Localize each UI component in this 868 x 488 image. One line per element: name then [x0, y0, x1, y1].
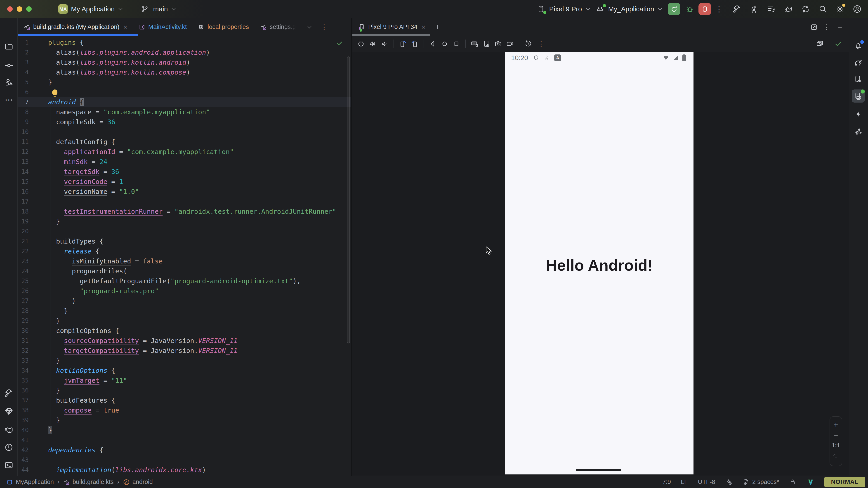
panel-options-kebab[interactable]: ⋮: [823, 24, 830, 31]
code-line[interactable]: 4 alias(libs.plugins.kotlin.compose): [18, 67, 351, 77]
project-widget[interactable]: MA My Application: [58, 4, 122, 14]
tab-build-gradle-kts[interactable]: build.gradle.kts (My Application) ×: [18, 18, 133, 36]
hardware-input-icon[interactable]: [470, 39, 480, 49]
ai-assistant-disabled-icon[interactable]: [725, 478, 733, 486]
code-line[interactable]: 11 defaultConfig {: [18, 137, 351, 147]
code-line[interactable]: 10: [18, 127, 351, 137]
code-editor[interactable]: 1plugins {2 alias(libs.plugins.android.a…: [18, 36, 351, 476]
zoom-in-button[interactable]: +: [834, 421, 838, 428]
gradle-elephant-icon[interactable]: [853, 58, 863, 68]
code-line[interactable]: 16 versionName = "1.0": [18, 187, 351, 197]
code-line[interactable]: 14 targetSdk = 36: [18, 167, 351, 177]
terminal-icon[interactable]: [4, 460, 14, 470]
resource-manager-icon[interactable]: [4, 77, 14, 87]
close-tab-icon[interactable]: ×: [123, 23, 127, 31]
code-line[interactable]: 34 kotlinOptions {: [18, 365, 351, 376]
code-line[interactable]: 30 compileOptions {: [18, 326, 351, 336]
gemini-gem-icon[interactable]: [4, 406, 14, 416]
code-line[interactable]: 17: [18, 197, 351, 206]
run-more-kebab[interactable]: ⋮: [715, 5, 723, 13]
breadcrumb-project[interactable]: MyApplication: [6, 479, 54, 486]
code-line[interactable]: 40}: [18, 425, 351, 435]
caret-position[interactable]: 7:9: [662, 479, 671, 486]
code-line[interactable]: 18 testInstrumentationRunner = "androidx…: [18, 206, 351, 217]
indent-widget[interactable]: 2 spaces*: [743, 479, 779, 486]
inspection-check-icon[interactable]: [336, 40, 343, 47]
code-line[interactable]: 36 }: [18, 385, 351, 395]
code-line[interactable]: 5}: [18, 77, 351, 87]
plane-icon[interactable]: [853, 126, 863, 136]
apply-changes-icon[interactable]: [749, 4, 759, 14]
code-line[interactable]: 42dependencies {: [18, 445, 351, 455]
tab-pixel-9-pro-api-34[interactable]: Pixel 9 Pro API 34 ×: [352, 18, 431, 36]
settings-gear-icon[interactable]: [835, 4, 845, 14]
rotate-counterclockwise-icon[interactable]: [398, 39, 408, 49]
attach-debugger-icon[interactable]: [783, 4, 794, 14]
screen-inspect-icon[interactable]: [815, 39, 825, 49]
code-line[interactable]: 19 }: [18, 217, 351, 226]
vcs-branch-widget[interactable]: main: [140, 4, 175, 14]
code-line[interactable]: 32 targetCompatibility = JavaVersion.VER…: [18, 346, 351, 356]
device-manager-icon[interactable]: [853, 74, 863, 84]
code-line[interactable]: 35 jvmTarget = "11": [18, 376, 351, 385]
code-line[interactable]: 1plugins {: [18, 37, 351, 47]
sync-project-icon[interactable]: [801, 4, 811, 14]
device-selector[interactable]: Pixel 9 Pro: [536, 4, 589, 14]
code-line[interactable]: 20: [18, 226, 351, 236]
commit-icon[interactable]: [4, 61, 14, 70]
code-line[interactable]: 28 }: [18, 306, 351, 316]
profile-account-icon[interactable]: [852, 4, 862, 14]
device-settings-icon[interactable]: [482, 39, 491, 49]
back-icon[interactable]: [428, 39, 438, 49]
more-tool-windows-icon[interactable]: ⋯: [4, 95, 14, 105]
code-line[interactable]: 24 proguardFiles(: [18, 266, 351, 276]
snapshot-reset-icon[interactable]: [523, 39, 533, 49]
code-line[interactable]: 8 namespace = "com.example.myapplication…: [18, 107, 351, 117]
emulator-screen[interactable]: 10:20 A Hello Android!: [505, 52, 693, 475]
build-hammer-icon[interactable]: [732, 4, 742, 14]
device-more-kebab[interactable]: ⋮: [538, 40, 545, 47]
line-ending[interactable]: LF: [681, 479, 688, 486]
rerun-button[interactable]: [668, 3, 680, 15]
minimize-window-button[interactable]: [17, 6, 22, 12]
code-line[interactable]: 6: [18, 87, 351, 97]
actual-size-button[interactable]: 1:1: [832, 442, 840, 449]
code-line[interactable]: 25 getDefaultProguardFile("proguard-andr…: [18, 276, 351, 286]
code-line[interactable]: 44 implementation(libs.androidx.core.ktx…: [18, 465, 351, 475]
code-line[interactable]: 12 applicationId = "com.example.myapplic…: [18, 147, 351, 157]
vim-icon[interactable]: [807, 478, 814, 486]
unlocked-icon[interactable]: [789, 478, 797, 486]
close-device-tab-icon[interactable]: ×: [422, 23, 426, 31]
apply-code-changes-icon[interactable]: [766, 4, 776, 14]
problems-icon[interactable]: [4, 442, 14, 452]
close-window-button[interactable]: [7, 6, 13, 12]
breadcrumb-symbol[interactable]: android: [123, 479, 153, 486]
search-everywhere-icon[interactable]: [818, 4, 828, 14]
code-line[interactable]: 22 release {: [18, 246, 351, 256]
add-device-tab-button[interactable]: +: [435, 22, 440, 32]
home-icon[interactable]: [440, 39, 450, 49]
code-line[interactable]: 13 minSdk = 24: [18, 157, 351, 167]
editor-scrollbar[interactable]: [347, 57, 350, 344]
code-line[interactable]: 38 compose = true: [18, 405, 351, 415]
rotate-clockwise-icon[interactable]: [410, 39, 420, 49]
encoding[interactable]: UTF-8: [698, 479, 715, 486]
code-line[interactable]: 31 sourceCompatibility = JavaVersion.VER…: [18, 336, 351, 346]
debug-button[interactable]: [685, 4, 695, 14]
hide-panel-button[interactable]: −: [837, 22, 842, 32]
run-configuration[interactable]: My_Application: [595, 4, 661, 14]
intention-bulb-icon[interactable]: [52, 90, 57, 95]
panel-splitter[interactable]: [351, 18, 352, 476]
code-line[interactable]: 26 "proguard-rules.pro": [18, 286, 351, 296]
running-devices-icon[interactable]: [852, 90, 865, 103]
editor-options-kebab[interactable]: ⋮: [321, 24, 328, 31]
code-line[interactable]: 29 }: [18, 316, 351, 326]
code-line[interactable]: 41: [18, 435, 351, 445]
code-line[interactable]: 27 ): [18, 296, 351, 306]
logcat-cat-icon[interactable]: [4, 425, 14, 435]
open-in-new-window-icon[interactable]: [809, 22, 819, 32]
overview-icon[interactable]: [452, 39, 461, 49]
tab-settings-gradle[interactable]: settings.g: [254, 18, 301, 36]
ui-check-icon[interactable]: [833, 39, 843, 49]
code-line[interactable]: 23 isMinifyEnabled = false: [18, 256, 351, 266]
